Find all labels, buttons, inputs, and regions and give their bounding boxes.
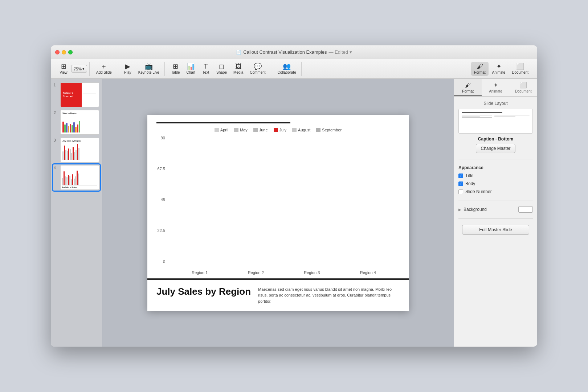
- slide-thumb-4[interactable]: 4: [53, 164, 100, 191]
- edit-master-button[interactable]: Edit Master Slide: [462, 225, 529, 235]
- keynote-live-button[interactable]: 📺 Keynote Live: [135, 62, 162, 76]
- slide-4-preview: July Sales by Region: [61, 166, 99, 189]
- slide-layout-section: Slide Layout: [458, 101, 533, 153]
- inspector-group: 🖌 Format ✦ Animate ⬜ Document: [469, 62, 534, 76]
- format-tab-icon: 🖌: [465, 82, 471, 89]
- legend-may: May: [234, 128, 248, 132]
- chart-icon: 📊: [187, 63, 195, 70]
- bg-disclosure-icon[interactable]: ▶: [458, 208, 461, 212]
- slide-thumb-3[interactable]: 3 July Sales by Region: [53, 137, 100, 163]
- text-button[interactable]: T Text: [199, 62, 213, 76]
- minimize-button[interactable]: [62, 50, 66, 54]
- play-icon: ▶: [125, 63, 130, 70]
- collaborate-button[interactable]: 👥 Collaborate: [275, 62, 299, 76]
- background-color-swatch[interactable]: [518, 206, 533, 213]
- chart: 90 67.5 45 22.5 0: [156, 136, 400, 275]
- top-decorative-bar: [156, 122, 290, 123]
- legend-july: July: [274, 128, 287, 132]
- x-axis: Region 1 Region 2 Region 3 Region 4: [168, 268, 400, 275]
- legend-august: August: [292, 128, 310, 132]
- bars-container: [168, 136, 400, 268]
- tab-document[interactable]: ⬜ Document: [510, 79, 537, 96]
- slide-description: Maecenas sed diam eget risus varius blan…: [258, 286, 400, 305]
- animate-icon: ✦: [496, 63, 502, 70]
- shape-button[interactable]: ◻ Shape: [213, 62, 230, 76]
- title-checkbox[interactable]: ✓: [458, 173, 463, 178]
- window-title: 📄 Callout Contrast Visualization Example…: [236, 49, 352, 55]
- appearance-section: Appearance ✓ Title ✓ Body Slide Number: [458, 165, 533, 194]
- slide-number-checkbox[interactable]: [458, 189, 463, 194]
- right-panel: 🖌 Format ✦ Animate ⬜ Document Slide Layo…: [454, 79, 537, 347]
- slide-thumb-2[interactable]: 2 Sales by Region: [53, 109, 100, 135]
- plus-icon: ＋: [101, 63, 107, 70]
- divider-1: [458, 159, 533, 159]
- title-checkbox-row: ✓ Title: [458, 173, 533, 178]
- chart-button[interactable]: 📊 Chart: [184, 62, 198, 76]
- format-icon: 🖌: [477, 63, 483, 70]
- tab-animate[interactable]: ✦ Animate: [482, 79, 509, 96]
- comment-button[interactable]: 💬 Comment: [247, 62, 268, 76]
- layout-name: Caption - Bottom: [458, 136, 533, 142]
- y-axis: 90 67.5 45 22.5 0: [156, 136, 168, 275]
- collaborate-icon: 👥: [283, 63, 291, 70]
- animate-tab-icon: ✦: [493, 82, 498, 89]
- format-tab-button[interactable]: 🖌 Format: [471, 62, 489, 76]
- media-icon: 🖼: [235, 63, 242, 70]
- legend-june: June: [253, 128, 268, 132]
- slide-number-checkbox-row: Slide Number: [458, 189, 533, 194]
- close-button[interactable]: [55, 50, 60, 54]
- document-tab-icon: ⬜: [520, 82, 527, 89]
- slide-title: July Sales by Region: [156, 286, 251, 297]
- view-icon: ⊞: [61, 63, 66, 70]
- legend-april: April: [215, 128, 228, 132]
- divider-2: [458, 200, 533, 200]
- play-button[interactable]: ▶ Play: [121, 62, 135, 76]
- app-window: 📄 Callout Contrast Visualization Example…: [51, 45, 537, 347]
- chart-grid: [168, 136, 400, 268]
- table-icon: ⊞: [173, 63, 178, 70]
- slide-3-preview: July Sales by Region: [61, 138, 99, 162]
- slide-2-preview: Sales by Region: [61, 110, 99, 134]
- toolbar: ⊞ View 75% ▾ ＋ Add Slide ▶ Play 📺 Keynot…: [51, 59, 537, 79]
- slide-1-preview: Callout /Contrast: [61, 83, 99, 107]
- comment-icon: 💬: [254, 63, 262, 70]
- slide-panel: 1 Callout /Contrast: [51, 79, 102, 347]
- table-button[interactable]: ⊞ Table: [168, 62, 183, 76]
- background-section: ▶ Background: [458, 206, 533, 213]
- slide-canvas: April May June July: [147, 115, 409, 311]
- keynote-live-icon: 📺: [145, 63, 153, 70]
- chart-body: Region 1 Region 2 Region 3 Region 4: [168, 136, 400, 275]
- divider-3: [458, 219, 533, 219]
- chart-area: April May June July: [147, 115, 409, 278]
- inspector-tabs: 🖌 Format ✦ Animate ⬜ Document: [454, 79, 537, 97]
- inspector-content: Slide Layout: [454, 97, 537, 347]
- add-slide-button[interactable]: ＋ Add Slide: [93, 62, 115, 76]
- zoom-button[interactable]: 75% ▾: [71, 65, 87, 73]
- document-icon: 📄: [236, 50, 241, 55]
- body-checkbox-row: ✓ Body: [458, 181, 533, 186]
- legend-september: September: [316, 128, 342, 132]
- main-content: 1 Callout /Contrast: [51, 79, 537, 347]
- view-button[interactable]: ⊞ View: [57, 62, 70, 76]
- shape-icon: ◻: [219, 63, 224, 70]
- collaborate-group: 👥 Collaborate: [273, 62, 302, 76]
- document-tab-button[interactable]: ⬜ Document: [509, 62, 531, 76]
- chart-legend: April May June July: [156, 128, 400, 132]
- fullscreen-button[interactable]: [68, 50, 73, 54]
- layout-preview: [458, 109, 533, 134]
- titlebar: 📄 Callout Contrast Visualization Example…: [51, 45, 537, 59]
- tab-format[interactable]: 🖌 Format: [454, 79, 482, 96]
- animate-tab-button[interactable]: ✦ Animate: [489, 62, 509, 76]
- play-group: ▶ Play 📺 Keynote Live: [119, 62, 165, 76]
- slide-layout-title: Slide Layout: [458, 101, 533, 106]
- body-checkbox[interactable]: ✓: [458, 181, 463, 186]
- slide-thumb-1[interactable]: 1 Callout /Contrast: [53, 82, 100, 108]
- view-group: ⊞ View 75% ▾: [54, 62, 90, 76]
- canvas-area: April May June July: [102, 79, 454, 347]
- add-slide-group: ＋ Add Slide: [91, 62, 117, 76]
- document-icon: ⬜: [516, 63, 524, 70]
- change-master-button[interactable]: Change Master: [476, 144, 515, 153]
- insert-group: ⊞ Table 📊 Chart T Text ◻ Shape 🖼 Media 💬: [166, 62, 271, 76]
- slide-footer: July Sales by Region Maecenas sed diam e…: [147, 278, 409, 311]
- media-button[interactable]: 🖼 Media: [230, 62, 246, 76]
